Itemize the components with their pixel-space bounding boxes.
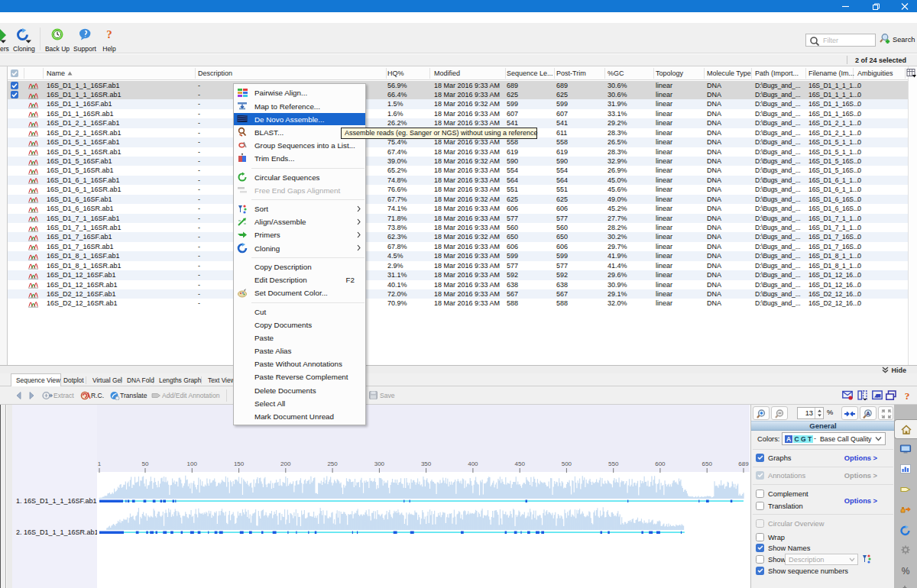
reverse-complement-icon[interactable] [80,391,91,400]
side-tab-graphs[interactable] [894,460,917,480]
column-header-desc[interactable]: Description [198,69,232,77]
menu-item-map-to-reference[interactable]: Map to Reference... [234,100,365,112]
table-row[interactable]: 16S_D1_7_1_16SR.ab1-73.8%18 Mar 2016 9:3… [8,223,908,232]
spinner-arrows[interactable] [815,408,823,418]
sort-options-icon[interactable] [861,554,872,564]
back-arrow-icon[interactable] [14,391,24,400]
menu-item-align-assemble[interactable]: Align/Assemble [234,216,365,228]
table-row[interactable]: 16S_D1_6_1_16SF.ab1-74.8%18 Mar 2016 9:3… [8,176,908,185]
menu-item-cut[interactable]: Cut [234,305,365,318]
help-orange-icon[interactable]: ? [903,390,914,401]
wrap-checkbox[interactable] [756,533,764,541]
table-row[interactable]: 16S_D1_1_16SR.ab1-1.6%18 Mar 2016 9:33 A… [8,109,908,118]
table-row[interactable]: 16S_D1_6_16SF.ab1-67.7%18 Mar 2016 9:32 … [8,195,908,204]
new-window-icon[interactable] [886,390,896,401]
column-header-posttrim[interactable]: Post-Trim [556,69,586,77]
toolbar-item-help[interactable]: ?Help [96,27,123,52]
zoom-out-button[interactable] [771,406,788,420]
toolbar-item-backup[interactable]: Back Up [44,27,71,52]
menu-item-mark-document-unread[interactable]: Mark Document Unread [234,410,365,422]
table-row[interactable]: 16S_D1_5_1_16SF.ab1-75.4%18 Mar 2016 9:3… [8,137,908,147]
table-row[interactable]: 16S_D1_7_16SR.ab1-67.8%18 Mar 2016 9:33 … [8,242,908,251]
zoom-level-spinner[interactable]: 13 [797,407,824,419]
menu-item-group-sequences-into-a-list[interactable]: Group Sequences into a List... [234,139,365,151]
table-row[interactable]: 16S_D1_5_1_16SR.ab1-67.4%18 Mar 2016 9:3… [8,147,908,157]
menu-item-copy-description[interactable]: Copy Description [234,261,365,273]
menu-item-free-end-gaps-alignment[interactable]: Free End Gaps Alignment [234,184,365,196]
show-names-checkbox[interactable] [756,544,764,552]
table-row[interactable]: 16S_D1_5_16SR.ab1-65.2%18 Mar 2016 9:33 … [8,166,908,175]
side-tab-enzymes[interactable] [894,500,917,520]
table-row[interactable]: 16S_D1_6_16SR.ab1-74.1%18 Mar 2016 9:33 … [8,204,908,213]
description-dropdown[interactable]: Description [785,554,858,565]
column-header-amb[interactable]: Ambiguities [857,69,893,77]
column-header-modified[interactable]: Modified [434,69,460,77]
column-header-name[interactable]: Name [47,69,73,77]
table-row[interactable]: 16S_D1_1_1_16SR.ab1-66.4%18 Mar 2016 9:3… [8,90,908,99]
table-row[interactable]: 16S_D1_5_16SF.ab1-39.0%18 Mar 2016 9:32 … [8,157,908,166]
close-button[interactable] [893,2,916,11]
row-checkbox[interactable] [11,91,18,99]
translate-icon[interactable] [109,391,120,400]
menu-item-set-document-color[interactable]: Set Document Color... [234,287,365,299]
mail-icon[interactable] [842,390,853,401]
tab-dotplot[interactable]: Dotplot [63,376,84,384]
menu-item-primers[interactable]: Primers [234,229,365,241]
column-header-gc[interactable]: %GC [608,69,624,77]
translation-checkbox[interactable] [756,502,764,510]
column-header-seqlen[interactable]: Sequence Le... [507,69,553,77]
row-checkbox[interactable] [11,82,18,89]
select-all-checkbox[interactable] [11,69,18,77]
menu-item-cloning[interactable]: Cloning [234,242,365,254]
table-row[interactable]: 16S_D1_6_1_16SR.ab1-76.6%18 Mar 2016 9:3… [8,185,908,194]
table-row[interactable]: 16S_D1_7_16SF.ab1-62.3%18 Mar 2016 9:32 … [8,232,908,241]
table-row[interactable]: 16S_D1_12_16SR.ab1-40.1%18 Mar 2016 9:33… [8,280,908,289]
picture-in-picture-icon[interactable] [872,390,883,401]
fit-arrows-button[interactable] [841,406,858,420]
side-tab-display[interactable] [894,440,917,460]
minimize-button[interactable] [834,2,857,11]
tab-sequence-view[interactable]: Sequence View [16,376,60,384]
column-chooser-icon[interactable] [906,68,917,78]
side-tab-percent[interactable]: % [894,561,917,581]
filter-input[interactable]: Filter [805,34,876,47]
table-row[interactable]: 16S_D1_2_1_16SF.ab1-26.2%18 Mar 2016 9:3… [8,118,908,128]
restore-button[interactable] [864,2,886,11]
tab-text-view[interactable]: Text View [208,376,235,384]
tab-lengths-graph[interactable]: Lengths Graph [159,376,201,384]
column-header-topology[interactable]: Topology [656,69,683,77]
viewer-tool-label[interactable]: Translate [120,392,147,399]
table-row[interactable]: 16S_D1_8_1_16SR.ab1-2.9%18 Mar 2016 9:33… [8,261,908,270]
column-header-path[interactable]: Path (Import... [755,69,799,77]
complement-options-link[interactable]: Options > [844,497,877,505]
table-row[interactable]: 16S_D1_1_1_16SF.ab1-56.9%18 Mar 2016 9:3… [8,81,908,90]
viewer-tool-label[interactable]: R.C. [91,392,104,399]
columns-icon[interactable] [857,390,868,401]
search-button[interactable]: Search [880,32,916,47]
table-scrollbar[interactable] [908,66,917,365]
toolbar-item-support[interactable]: Support [71,27,99,52]
table-row[interactable]: 16S_D1_8_1_16SF.ab1-4.5%18 Mar 2016 9:33… [8,251,908,260]
panel-splitter[interactable]: Hide [0,365,917,373]
menu-item-circular-sequences[interactable]: Circular Sequences [234,171,365,183]
zoom-find-button[interactable]: A [860,406,876,420]
zoom-in-button[interactable] [753,406,770,420]
table-row[interactable]: 16S_D1_1_16SF.ab1-1.5%18 Mar 2016 9:32 A… [8,99,908,108]
menu-item-select-all[interactable]: Select All [234,397,365,409]
table-row[interactable]: 16S_D1_12_16SF.ab1-31.1%18 Mar 2016 9:33… [8,270,908,279]
side-tab-home[interactable] [894,419,917,439]
table-row[interactable]: 16S_D1_7_1_16SF.ab1-71.8%18 Mar 2016 9:3… [8,214,908,223]
show-sequence-numbers-checkbox[interactable] [756,567,764,575]
menu-item-paste-alias[interactable]: Paste Alias [234,345,365,357]
graphs-checkbox[interactable] [756,454,764,462]
table-row[interactable]: 16S_D2_12_16SR.ab1-70.9%18 Mar 2016 9:33… [8,299,908,308]
menu-item-pairwise-align[interactable]: Pairwise Align... [234,87,365,99]
side-tab-annotation-arrow[interactable] [894,480,917,500]
menu-item-de-novo-assemble[interactable]: De Novo Assemble... [234,113,365,125]
complement-checkbox[interactable] [756,489,764,498]
column-header-mol[interactable]: Molecule Type [707,69,751,77]
menu-item-paste-reverse-complement[interactable]: Paste Reverse Complement [234,371,365,383]
menu-item-copy-documents[interactable]: Copy Documents [234,319,365,331]
menu-item-trim-ends[interactable]: Trim Ends... [234,152,365,164]
graphs-options-link[interactable]: Options > [844,454,877,462]
